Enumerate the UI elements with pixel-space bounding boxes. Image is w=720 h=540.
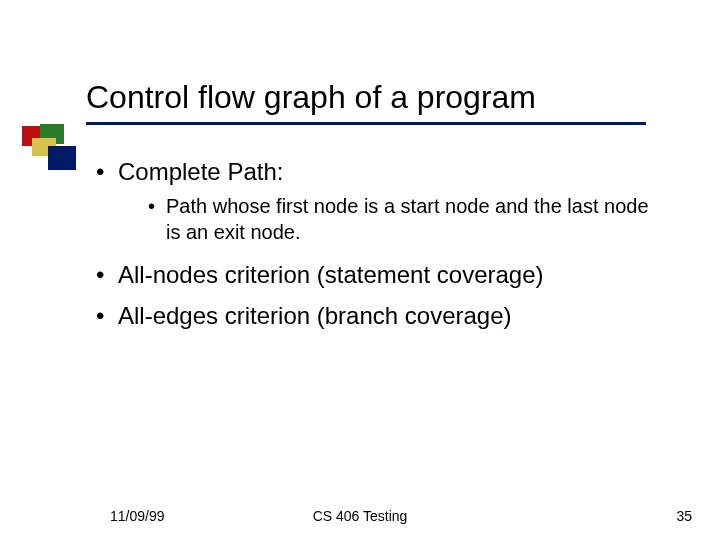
- sub-bullet-text: Path whose first node is a start node an…: [166, 195, 649, 243]
- bullet-text: All-nodes criterion (statement coverage): [118, 261, 544, 288]
- slide-footer: 11/09/99 CS 406 Testing 35: [0, 508, 720, 524]
- bullet-list: Complete Path: Path whose first node is …: [96, 156, 656, 332]
- slide-body: Complete Path: Path whose first node is …: [96, 156, 656, 342]
- logo-blue-square: [48, 146, 76, 170]
- logo-squares-icon: [22, 124, 82, 176]
- bullet-item: All-edges criterion (branch coverage): [96, 300, 656, 331]
- bullet-text: All-edges criterion (branch coverage): [118, 302, 512, 329]
- footer-date: 11/09/99: [110, 508, 165, 524]
- sub-bullet-list: Path whose first node is a start node an…: [148, 193, 656, 245]
- slide-title: Control flow graph of a program: [86, 78, 666, 116]
- sub-bullet-item: Path whose first node is a start node an…: [148, 193, 656, 245]
- bullet-item: Complete Path: Path whose first node is …: [96, 156, 656, 245]
- footer-course: CS 406 Testing: [0, 508, 720, 524]
- bullet-item: All-nodes criterion (statement coverage): [96, 259, 656, 290]
- title-region: Control flow graph of a program: [86, 78, 666, 125]
- slide: Control flow graph of a program Complete…: [0, 0, 720, 540]
- title-divider: [86, 122, 646, 125]
- footer-page-number: 35: [676, 508, 692, 524]
- bullet-text: Complete Path:: [118, 158, 283, 185]
